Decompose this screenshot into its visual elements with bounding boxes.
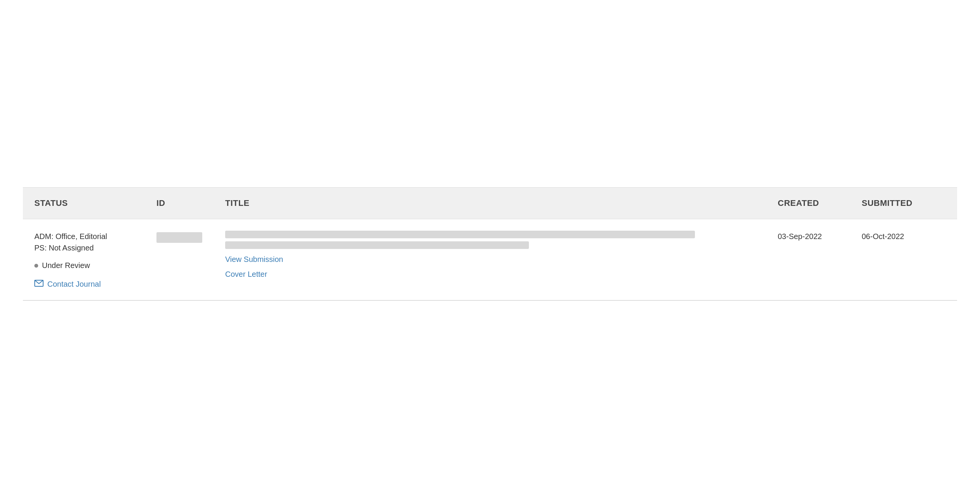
- title-redacted-block: [225, 231, 778, 249]
- status-dot-icon: [34, 264, 38, 268]
- header-title: TITLE: [225, 198, 778, 208]
- status-review-label: Under Review: [42, 261, 90, 270]
- table-header: STATUS ID TITLE CREATED SUBMITTED: [23, 188, 957, 219]
- status-adm-text: ADM: Office, Editorial PS: Not Assigned: [34, 231, 156, 254]
- id-cell: [156, 231, 225, 243]
- header-created: CREATED: [778, 198, 862, 208]
- mail-icon: [34, 280, 44, 289]
- submitted-date-cell: 06-Oct-2022: [862, 231, 946, 241]
- cover-letter-link[interactable]: Cover Letter: [225, 270, 778, 279]
- table-row: ADM: Office, Editorial PS: Not Assigned …: [23, 219, 957, 300]
- header-id: ID: [156, 198, 225, 208]
- header-status: STATUS: [34, 198, 156, 208]
- contact-journal-label: Contact Journal: [47, 280, 101, 289]
- title-redacted-line-2: [225, 241, 529, 249]
- status-cell: ADM: Office, Editorial PS: Not Assigned …: [34, 231, 156, 289]
- id-redacted-block: [156, 232, 202, 243]
- contact-journal-link[interactable]: Contact Journal: [34, 280, 156, 289]
- created-date-cell: 03-Sep-2022: [778, 231, 862, 241]
- table-bottom-border: [23, 300, 957, 301]
- view-submission-link[interactable]: View Submission: [225, 255, 778, 264]
- status-review: Under Review: [34, 261, 156, 270]
- title-redacted-line-1: [225, 231, 695, 238]
- page-wrapper: STATUS ID TITLE CREATED SUBMITTED ADM: O…: [0, 0, 980, 488]
- header-submitted: SUBMITTED: [862, 198, 946, 208]
- title-cell: View Submission Cover Letter: [225, 231, 778, 279]
- submissions-table: STATUS ID TITLE CREATED SUBMITTED ADM: O…: [23, 187, 957, 301]
